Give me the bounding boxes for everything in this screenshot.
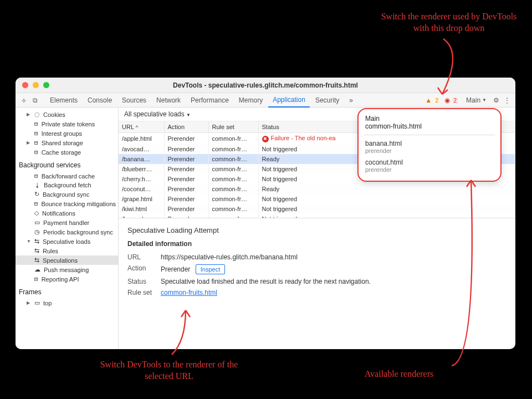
detail-action-value: Prerender [161, 265, 190, 273]
tab-elements[interactable]: Elements [45, 93, 82, 108]
sidebar-section-background-services: Background services [16, 157, 118, 171]
renderer-item-kind: prerender [365, 166, 494, 173]
table-cell: /grape.html [119, 194, 164, 204]
sidebar-item-push-messaging[interactable]: ☁Push messaging [16, 265, 118, 274]
sidebar-item-rules[interactable]: ⇆Rules [16, 246, 118, 255]
annotation-inspect-button: Switch DevTools to the renderer of the s… [97, 359, 241, 382]
device-toolbar-icon[interactable]: ⧉ [30, 96, 40, 104]
sidebar-item-speculations[interactable]: ⇆Speculations [16, 255, 118, 265]
inspect-element-icon[interactable]: ⟡ [19, 96, 29, 104]
sidebar-item-periodic-sync[interactable]: ◷Periodic background sync [16, 227, 118, 237]
table-cell: Prerender [164, 144, 208, 154]
detail-ruleset-link[interactable]: common-fruits.html [161, 289, 217, 296]
bell-icon: ◇ [34, 209, 39, 217]
sidebar-item-bounce-tracking[interactable]: ⊟Bounce tracking mitigations [16, 199, 118, 208]
sidebar-item-cache-storage[interactable]: ⊟Cache storage [16, 147, 118, 157]
table-cell: common-fr… [208, 204, 258, 214]
clock-icon: ◷ [34, 228, 40, 236]
table-cell: Prerender [164, 174, 208, 184]
db-icon: ⊟ [34, 200, 38, 207]
filter-dropdown[interactable]: All speculative loads ▼ [124, 110, 191, 118]
table-cell: /banana… [119, 154, 164, 164]
db-icon: ⊟ [34, 149, 38, 156]
sidebar-item-shared-storage[interactable]: ▶⊟Shared storage [16, 138, 118, 147]
tab-memory[interactable]: Memory [234, 93, 267, 108]
renderer-item-kind: prerender [365, 147, 494, 154]
detail-url-label: URL [127, 253, 161, 261]
chevron-down-icon: ▼ [482, 98, 487, 103]
detail-action-label: Action [127, 264, 161, 274]
table-cell: Prerender [164, 133, 208, 145]
column-header-action[interactable]: Action [164, 121, 208, 133]
table-cell: common-fr… [208, 164, 258, 174]
table-cell: common-fr… [208, 174, 258, 184]
swap-icon: ⇆ [34, 247, 39, 254]
db-icon: ⊟ [34, 120, 38, 127]
db-icon: ⊟ [34, 139, 38, 146]
cloud-icon: ☁ [34, 266, 40, 273]
sidebar-item-notifications[interactable]: ◇Notifications [16, 208, 118, 218]
details-title: Speculative Loading Attempt [127, 226, 507, 234]
sidebar-item-interest-groups[interactable]: ⊟Interest groups [16, 129, 118, 138]
tab-security[interactable]: Security [311, 93, 344, 108]
table-cell: common-fr… [208, 144, 258, 154]
renderer-item-name: coconut.html [365, 158, 494, 166]
sidebar-item-cookies[interactable]: ▶◌Cookies [16, 110, 118, 119]
kebab-menu-icon[interactable]: ⋮ [502, 96, 512, 104]
table-cell: common-fr… [208, 194, 258, 204]
close-window-icon[interactable] [22, 82, 28, 88]
sidebar-section-frames: Frames [16, 284, 118, 298]
cookie-icon: ◌ [34, 111, 40, 118]
zoom-window-icon[interactable] [43, 82, 49, 88]
arrow-to-inspect [166, 308, 200, 357]
sidebar-item-payment-handler[interactable]: ▭Payment handler [16, 218, 118, 227]
table-cell: /blueberr… [119, 164, 164, 174]
column-header-ruleset[interactable]: Rule set [208, 121, 258, 133]
window-title: DevTools - speculative-rules.glitch.me/c… [173, 81, 358, 89]
column-header-url[interactable]: URL ^ [119, 121, 164, 133]
renderer-main-label: Main [365, 115, 494, 122]
db-icon: ⊟ [34, 172, 38, 180]
sidebar-item-reporting-api[interactable]: ⊟Reporting API [16, 274, 118, 284]
table-cell: Prerender [164, 204, 208, 214]
table-cell: /lemon.h… [119, 214, 164, 218]
renderer-main-target: common-fruits.html [365, 122, 494, 130]
more-tabs-button[interactable]: » [345, 93, 357, 108]
tab-performance[interactable]: Performance [186, 93, 233, 108]
table-cell: Prerender [164, 184, 208, 194]
swap-icon: ⇆ [34, 257, 39, 264]
renderer-item-name: banana.html [365, 140, 494, 147]
chevron-down-icon: ▼ [186, 112, 191, 117]
table-cell: common-fr… [208, 184, 258, 194]
tab-sources[interactable]: Sources [117, 93, 151, 108]
sort-indicator-icon: ^ [136, 125, 138, 130]
table-cell: Prerender [164, 164, 208, 174]
table-cell: /kiwi.html [119, 204, 164, 214]
sidebar-item-top-frame[interactable]: ▶▭top [16, 298, 118, 308]
inspect-button[interactable]: Inspect [196, 264, 225, 274]
table-cell: Prerender [164, 214, 208, 218]
renderer-option-coconut[interactable]: coconut.html prerender [364, 156, 495, 175]
table-cell: /apple.html [119, 133, 164, 145]
sidebar-item-speculative-loads[interactable]: ▼⇆Speculative loads [16, 237, 118, 246]
card-icon: ▭ [34, 219, 40, 226]
table-cell: common-fr… [208, 214, 258, 218]
renderer-dropdown-panel: Main common-fruits.html banana.html prer… [357, 108, 502, 182]
tab-console[interactable]: Console [83, 93, 116, 108]
sync-icon: ↻ [34, 191, 39, 198]
renderer-option-main[interactable]: Main common-fruits.html [364, 112, 495, 132]
table-cell: /cherry.h… [119, 174, 164, 184]
tab-application[interactable]: Application [268, 93, 310, 108]
sidebar: ▶◌Cookies ⊟Private state tokens ⊟Interes… [16, 108, 119, 349]
table-cell: common-fr… [208, 133, 258, 145]
sidebar-item-private-state-tokens[interactable]: ⊟Private state tokens [16, 119, 118, 129]
sidebar-item-background-fetch[interactable]: ⭳Background fetch [16, 181, 118, 190]
renderer-option-banana[interactable]: banana.html prerender [364, 137, 495, 156]
sidebar-item-back-forward-cache[interactable]: ⊟Back/forward cache [16, 171, 118, 181]
settings-gear-icon[interactable]: ⚙ [491, 96, 501, 104]
detail-ruleset-label: Rule set [127, 289, 161, 296]
minimize-window-icon[interactable] [33, 82, 39, 88]
tab-network[interactable]: Network [152, 93, 185, 108]
frame-icon: ▭ [34, 299, 40, 306]
sidebar-item-background-sync[interactable]: ↻Background sync [16, 190, 118, 199]
